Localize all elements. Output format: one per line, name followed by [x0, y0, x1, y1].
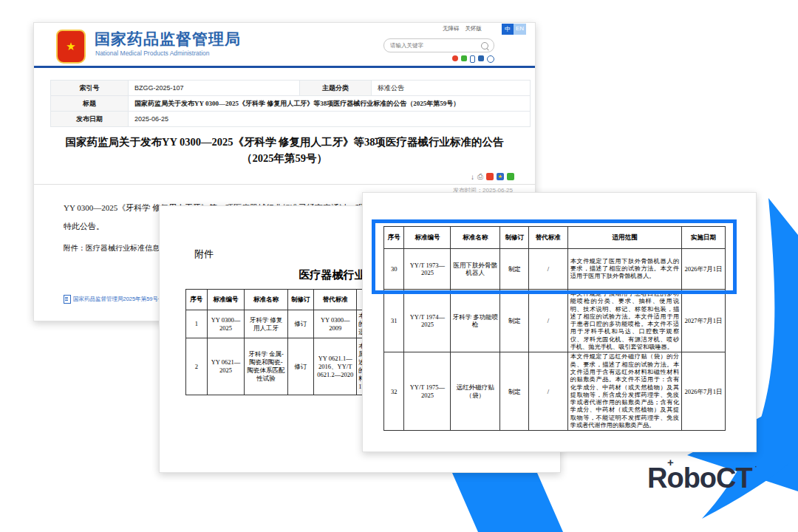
- table-row-32: 32 YY/T 1975—2025 远红外磁疗贴（袋） 制定 / 本文件规定了远…: [384, 352, 726, 431]
- cell-name: 远红外磁疗贴（袋）: [451, 352, 500, 431]
- cell-no: 2: [186, 338, 208, 395]
- logo-dot-icon: ·: [755, 463, 757, 471]
- share-toolbar: ↓ ⎙ ★: [471, 172, 514, 181]
- wechat-icon[interactable]: [461, 55, 467, 61]
- col-header-name: 标准名称: [245, 290, 287, 310]
- cell-code: YY/T 1975—2025: [404, 352, 451, 431]
- cell-replaces: YY 0300—2009: [314, 310, 357, 338]
- lang-zh-button[interactable]: 中: [502, 24, 514, 35]
- roboct-logo: + RoboCT ·: [647, 463, 752, 494]
- cell-date: 2026年7月1日: [682, 352, 726, 431]
- mail-icon[interactable]: [478, 55, 484, 61]
- cell-no: 1: [186, 310, 208, 338]
- cell-code: YY 0621—2025: [207, 338, 245, 395]
- favorite-star-icon[interactable]: ★: [497, 173, 504, 180]
- cell-code: YY/T 1974—2025: [404, 290, 451, 352]
- content-divider: [34, 184, 535, 185]
- org-name-cn: 国家药品监督管理局: [95, 29, 241, 50]
- doc-file-icon: [64, 295, 71, 304]
- meta-value-date: 2025-06-25: [129, 112, 531, 127]
- care-version-link[interactable]: 关怀版: [466, 25, 482, 32]
- highlight-rectangle: [372, 219, 737, 294]
- col-header-replaces: 替代标准: [314, 290, 357, 310]
- cell-scope: 本文件规定了远红外磁疗贴（袋）的分类、要求，描述了相应的试验方法。本文件适用于含…: [567, 352, 681, 431]
- meta-value-index: BZGG-2025-107: [129, 81, 300, 96]
- cell-replaces: /: [528, 352, 567, 431]
- cell-replaces: YY 0621.1—2016、YY/T 0621.2—2020: [314, 338, 357, 395]
- print-icon[interactable]: ⎙: [477, 172, 483, 181]
- roboct-logo-text: RoboCT: [647, 463, 752, 494]
- cell-date: 2027年7月1日: [682, 290, 726, 352]
- document-meta-table: 索引号 BZGG-2025-107 主题分类 标准公告 标题 国家药监局关于发布…: [50, 80, 531, 127]
- meta-label-date: 发布日期: [51, 112, 129, 127]
- cell-name: 牙科学 金属-陶瓷和陶瓷-陶瓷体系匹配性试验: [245, 338, 287, 395]
- logo-plus-icon: +: [667, 456, 674, 468]
- org-name-en: National Medical Products Administration: [95, 50, 210, 57]
- meta-value-category: 标准公告: [372, 81, 531, 96]
- table-row-31: 31 YY/T 1974—2025 牙科学 多功能喷枪 制定 / 本文件规定了预…: [384, 290, 726, 352]
- announcement-body-line2: 特此公告。: [64, 221, 104, 232]
- cell-revision: 修订: [287, 310, 314, 338]
- mobile-icon[interactable]: [470, 55, 475, 63]
- header-divider: [34, 66, 535, 68]
- meta-label-category: 主题分类: [300, 81, 372, 96]
- cell-revision: 制定: [500, 290, 529, 352]
- user-icon[interactable]: [487, 55, 494, 63]
- col-header-code: 标准编号: [207, 290, 245, 310]
- search-input[interactable]: [384, 42, 481, 49]
- topbar-links: 无障碍 关怀版: [438, 25, 482, 33]
- search-box: [383, 38, 494, 52]
- cell-scope: 本文件规定了预期用于患者口腔的多功能喷枪的分类、要求、抽样、使用说明、技术说明、…: [567, 290, 681, 352]
- annex-note: 附件：医疗器械行业标准信息表: [64, 243, 167, 253]
- meta-value-title: 国家药监局关于发布YY 0300—2025《牙科学 修复用人工牙》等38项医疗器…: [129, 96, 531, 112]
- meta-label-index: 索引号: [51, 81, 129, 96]
- social-icon-row: [452, 55, 494, 63]
- weibo-icon[interactable]: [452, 55, 458, 61]
- cell-code: YY 0300—2025: [207, 310, 245, 338]
- meta-label-title: 标题: [51, 96, 129, 112]
- cell-no: 31: [384, 290, 404, 352]
- cell-replaces: /: [528, 290, 567, 352]
- share-wechat-icon[interactable]: [507, 173, 514, 180]
- cell-revision: 修订: [287, 338, 314, 395]
- lang-en-button[interactable]: EN: [514, 24, 526, 35]
- cell-revision: 制定: [500, 352, 529, 431]
- language-toggle: 中 EN: [502, 24, 526, 35]
- col-header-no: 序号: [186, 290, 208, 310]
- search-icon[interactable]: [481, 42, 488, 50]
- annex-label: 附件: [194, 248, 214, 261]
- accessibility-link[interactable]: 无障碍: [443, 25, 460, 32]
- share-weibo-icon[interactable]: [486, 173, 494, 180]
- page-title: 国家药监局关于发布YY 0300—2025《牙科学 修复用人工牙》等38项医疗器…: [55, 134, 514, 166]
- download-icon[interactable]: ↓: [471, 173, 474, 181]
- national-emblem-logo: ★: [56, 30, 86, 64]
- cell-name: 牙科学 多功能喷枪: [451, 290, 500, 352]
- cell-no: 32: [384, 352, 404, 431]
- cell-name: 牙科学 修复用人工牙: [245, 310, 287, 338]
- col-header-revision: 制修订: [287, 290, 314, 310]
